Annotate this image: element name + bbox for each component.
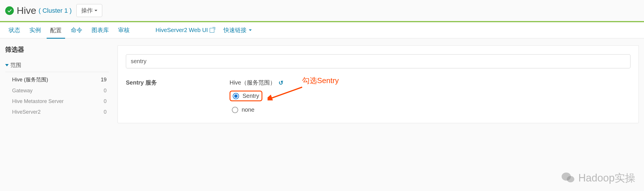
actions-dropdown[interactable]: 操作: [76, 4, 102, 17]
scope-text: Hive（服务范围）: [230, 79, 276, 87]
radio-label: none: [242, 106, 255, 113]
chevron-down-icon: [5, 64, 9, 66]
config-value-area: Hive（服务范围） ↺ Sentry none: [230, 79, 630, 114]
filter-item-count: 19: [101, 77, 107, 83]
filter-item-label: Gateway: [12, 88, 33, 94]
service-header: Hive ( Cluster 1 ) 操作: [0, 0, 644, 22]
tab-instances[interactable]: 实例: [26, 22, 44, 38]
filter-item-count: 0: [104, 98, 107, 104]
tab-config[interactable]: 配置: [47, 22, 65, 39]
tab-status[interactable]: 状态: [5, 22, 24, 38]
filter-item-label: Hive (服务范围): [12, 76, 48, 83]
config-search-input[interactable]: [126, 54, 630, 68]
radio-option-sentry[interactable]: Sentry: [230, 91, 262, 101]
quick-links-dropdown[interactable]: 快速链接: [220, 22, 255, 38]
config-property-label: Sentry 服务: [126, 79, 221, 114]
radio-option-none[interactable]: none: [230, 105, 630, 114]
filter-item-label: HiveServer2: [12, 109, 41, 115]
tab-commands[interactable]: 命令: [67, 22, 86, 38]
radio-icon: [232, 107, 238, 113]
config-row-sentry: Sentry 服务 Hive（服务范围） ↺ Sentry none: [126, 79, 630, 114]
filter-item-hive-scope[interactable]: Hive (服务范围) 19: [5, 74, 109, 85]
external-link-icon: [210, 28, 214, 33]
external-webui-link[interactable]: HiveServer2 Web UI: [152, 23, 218, 38]
tab-charts[interactable]: 图表库: [88, 22, 112, 38]
cluster-link[interactable]: ( Cluster 1 ): [39, 7, 72, 14]
main-area: 筛选器 范围 Hive (服务范围) 19 Gateway 0 Hive Met…: [0, 38, 644, 130]
undo-icon[interactable]: ↺: [279, 79, 283, 86]
radio-group: Sentry none: [230, 91, 630, 114]
filter-item-gateway[interactable]: Gateway 0: [5, 85, 109, 96]
filter-list: Hive (服务范围) 19 Gateway 0 Hive Metastore …: [5, 72, 109, 119]
filter-item-count: 0: [104, 88, 107, 94]
service-title: Hive: [17, 5, 36, 16]
quick-links-label: 快速链接: [223, 26, 247, 34]
filter-section-label: 范围: [10, 61, 21, 69]
tab-nav: 状态 实例 配置 命令 图表库 审核 HiveServer2 Web UI 快速…: [0, 22, 644, 38]
config-scope-label: Hive（服务范围） ↺: [230, 79, 630, 87]
caret-down-icon: [94, 10, 97, 11]
status-ok-icon: [5, 6, 14, 15]
filter-item-count: 0: [104, 109, 107, 115]
radio-icon: [233, 93, 239, 99]
tab-audit[interactable]: 审核: [115, 22, 133, 38]
filter-item-label: Hive Metastore Server: [12, 98, 64, 104]
config-panel: Sentry 服务 Hive（服务范围） ↺ Sentry none: [118, 45, 639, 123]
filter-item-metastore[interactable]: Hive Metastore Server 0: [5, 96, 109, 107]
filter-section-scope[interactable]: 范围: [5, 61, 109, 72]
actions-label: 操作: [81, 7, 93, 14]
external-link-label: HiveServer2 Web UI: [156, 27, 208, 33]
filter-title: 筛选器: [5, 45, 109, 54]
radio-label: Sentry: [243, 93, 259, 99]
caret-down-icon: [249, 29, 252, 31]
filter-sidebar: 筛选器 范围 Hive (服务范围) 19 Gateway 0 Hive Met…: [5, 45, 109, 119]
filter-item-hiveserver2[interactable]: HiveServer2 0: [5, 107, 109, 117]
